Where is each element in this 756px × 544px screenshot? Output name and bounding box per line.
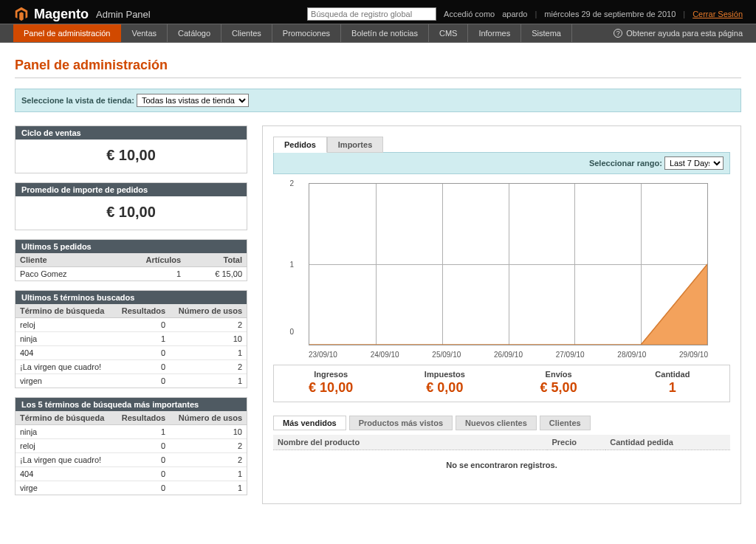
title-rule xyxy=(15,78,741,78)
logout-link[interactable]: Cerrar Sesión xyxy=(693,10,743,18)
table-row[interactable]: reloj02 xyxy=(16,318,247,332)
nav-customers[interactable]: Clientes xyxy=(221,24,272,42)
table-row[interactable]: ¡La virgen que cuadro!02 xyxy=(16,360,247,374)
range-bar: Seleccionar rango: Last 7 Days xyxy=(273,152,730,174)
widget-last-orders: Ultimos 5 pedidos Cliente Artículos Tota… xyxy=(15,239,247,281)
btab-most-viewed[interactable]: Productos más vistos xyxy=(349,416,453,430)
y-tick: 1 xyxy=(289,261,294,269)
no-records: No se encontraron registros. xyxy=(273,450,730,481)
col-price: Precio xyxy=(547,435,605,450)
col-term: Término de búsqueda xyxy=(16,411,114,425)
stat-tax: Impuestos € 0,00 xyxy=(388,365,501,402)
nav-system[interactable]: Sistema xyxy=(521,24,572,42)
logged-in-prefix: Accedió como xyxy=(444,10,495,18)
nav-dashboard[interactable]: Panel de administración xyxy=(13,24,121,42)
col-qty-ordered: Cantidad pedida xyxy=(605,435,730,450)
widget-head: Ciclo de ventas xyxy=(16,126,247,140)
stat-qty: Cantidad 1 xyxy=(616,365,729,402)
x-tick: 25/09/10 xyxy=(432,351,461,359)
table-row[interactable]: reloj02 xyxy=(16,439,247,453)
header-date: miércoles 29 de septiembre de 2010 xyxy=(544,10,676,18)
x-tick: 26/09/10 xyxy=(494,351,523,359)
widget-head: Promedio de importe de pedidos xyxy=(16,183,247,196)
nav-promotions[interactable]: Promociones xyxy=(272,24,341,42)
admin-header: Magento Admin Panel Accedió como apardo … xyxy=(0,0,756,24)
x-tick: 23/09/10 xyxy=(309,351,337,359)
nav-newsletter[interactable]: Boletín de noticias xyxy=(341,24,429,42)
range-label: Seleccionar rango: xyxy=(589,159,662,168)
magento-icon xyxy=(13,6,30,22)
col-results: Resultados xyxy=(114,411,170,425)
nav-reports[interactable]: Informes xyxy=(468,24,521,42)
nav-sales[interactable]: Ventas xyxy=(121,24,168,42)
btab-new-customers[interactable]: Nuevos clientes xyxy=(456,416,537,430)
table-row[interactable]: Paco Gomez 1 € 15,00 xyxy=(16,267,247,281)
store-view-select[interactable]: Todas las vistas de tienda xyxy=(137,94,249,107)
help-icon: ? xyxy=(614,29,622,38)
logo: Magento Admin Panel xyxy=(13,6,151,22)
chart-tabs: Pedidos Importes xyxy=(273,137,730,153)
separator: | xyxy=(535,10,537,18)
table-row[interactable]: ninja110 xyxy=(16,332,247,346)
table-row[interactable]: 40401 xyxy=(16,467,247,481)
col-items: Artículos xyxy=(111,253,186,267)
sales-cycle-value: € 10,00 xyxy=(16,140,247,173)
dashboard-right: Pedidos Importes Seleccionar rango: Last… xyxy=(262,125,741,504)
avg-order-value: € 10,00 xyxy=(16,196,247,230)
widget-head: Los 5 términos de búsqueda más important… xyxy=(16,398,247,411)
col-customer: Cliente xyxy=(16,253,111,267)
store-view-label: Seleccione la vista de tienda: xyxy=(21,96,134,105)
main-nav: Panel de administración Ventas Catálogo … xyxy=(0,24,756,43)
table-row[interactable]: ¡La virgen que cuadro!02 xyxy=(16,453,247,467)
tab-amounts[interactable]: Importes xyxy=(327,137,383,153)
nav-help[interactable]: ? Obtener ayuda para esta página xyxy=(614,24,743,42)
widget-sales-cycle: Ciclo de ventas € 10,00 xyxy=(15,125,247,173)
table-row[interactable]: virge01 xyxy=(16,481,247,495)
col-results: Resultados xyxy=(114,304,170,318)
x-tick: 24/09/10 xyxy=(371,351,399,359)
nav-help-label: Obtener ayuda para esta página xyxy=(626,29,743,38)
widget-head: Ultimos 5 pedidos xyxy=(16,240,247,253)
logged-in-user: apardo xyxy=(502,10,527,18)
global-search-input[interactable] xyxy=(307,7,436,21)
orders-chart: 2 1 0 xyxy=(295,180,708,357)
brand-text: Magento xyxy=(34,7,89,22)
stat-shipping: Envíos € 5,00 xyxy=(502,365,616,402)
bottom-tabs: Más vendidos Productos más vistos Nuevos… xyxy=(273,416,730,430)
chart-grid xyxy=(309,183,708,345)
col-uses: Número de usos xyxy=(170,304,247,318)
y-tick: 0 xyxy=(289,328,294,336)
nav-cms[interactable]: CMS xyxy=(429,24,468,42)
page-title: Panel de administración xyxy=(15,58,741,73)
tab-orders[interactable]: Pedidos xyxy=(273,137,327,153)
btab-customers[interactable]: Clientes xyxy=(540,416,591,430)
x-tick: 28/09/10 xyxy=(617,351,646,359)
separator: | xyxy=(683,10,685,18)
col-term: Término de búsqueda xyxy=(16,304,114,318)
stats-row: Ingresos € 10,00 Impuestos € 0,00 Envíos… xyxy=(273,365,730,402)
widget-last-searches: Ultimos 5 términos buscados Término de b… xyxy=(15,290,247,388)
col-uses: Número de usos xyxy=(170,411,247,425)
table-row[interactable]: virgen01 xyxy=(16,374,247,388)
col-product-name: Nombre del producto xyxy=(273,435,547,450)
widget-head: Ultimos 5 términos buscados xyxy=(16,291,247,304)
table-row[interactable]: 40401 xyxy=(16,346,247,360)
panel-label: Admin Panel xyxy=(96,9,151,20)
x-tick: 27/09/10 xyxy=(556,351,585,359)
bestsellers-grid: Nombre del producto Precio Cantidad pedi… xyxy=(273,435,730,480)
y-tick: 2 xyxy=(289,179,294,187)
widget-top-searches: Los 5 términos de búsqueda más important… xyxy=(15,397,247,495)
store-view-bar: Seleccione la vista de tienda: Todas las… xyxy=(15,89,741,112)
nav-catalog[interactable]: Catálogo xyxy=(168,24,221,42)
stat-revenue: Ingresos € 10,00 xyxy=(274,365,388,402)
table-row[interactable]: ninja110 xyxy=(16,425,247,439)
widget-avg-order: Promedio de importe de pedidos € 10,00 xyxy=(15,182,247,230)
x-tick: 29/09/10 xyxy=(679,351,708,359)
range-select[interactable]: Last 7 Days xyxy=(664,156,724,170)
btab-bestsellers[interactable]: Más vendidos xyxy=(273,416,346,430)
col-total: Total xyxy=(185,253,247,267)
